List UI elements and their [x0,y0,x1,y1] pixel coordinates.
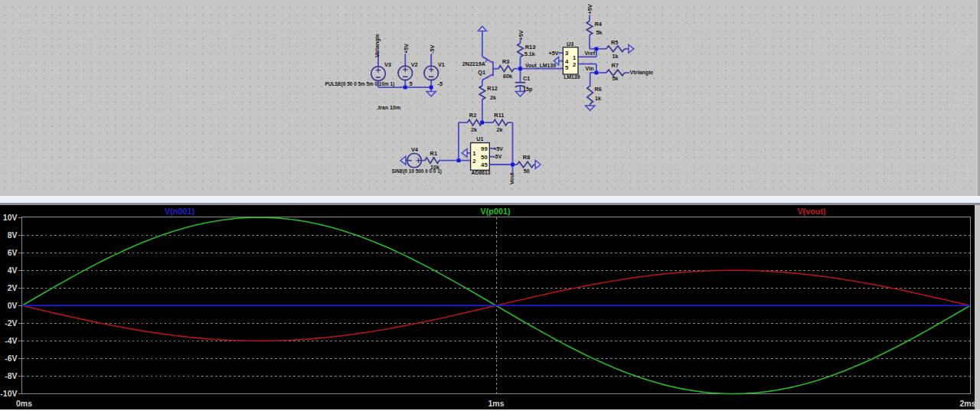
svg-text:SINE(0 10 500 0 0 0 1): SINE(0 10 500 0 0 0 1) [392,168,442,175]
svg-text:U3: U3 [567,41,573,47]
svg-text:R6: R6 [595,86,602,93]
svg-text:5: 5 [410,80,413,87]
svg-text:1k: 1k [612,53,618,60]
svg-text:0ms: 0ms [16,399,32,408]
svg-text:AD8613: AD8613 [472,170,491,175]
svg-text:2ms: 2ms [959,399,975,408]
svg-text:PULSE(0 50 0 5m 5m 0 10m 1): PULSE(0 50 0 5m 5m 0 10m 1) [325,81,395,87]
svg-text:2: 2 [573,61,577,68]
svg-text:-8V: -8V [5,371,17,380]
svg-text:R7: R7 [611,62,618,69]
svg-text:1: 1 [573,54,577,61]
svg-text:4V: 4V [8,266,18,275]
svg-text:1ms: 1ms [488,399,504,408]
svg-text:-2V: -2V [5,318,17,328]
svg-text:10V: 10V [3,213,18,222]
svg-text:V3: V3 [384,61,391,68]
svg-text:.tran 10m: .tran 10m [377,105,400,110]
svg-text:-5: -5 [438,80,443,87]
svg-text:C1: C1 [523,75,530,82]
svg-text:R13: R13 [525,44,536,51]
svg-text:15p: 15p [523,86,533,93]
svg-text:R1: R1 [430,150,437,157]
svg-text:99: 99 [481,145,488,152]
svg-text:1: 1 [472,150,476,157]
svg-text:+5V: +5V [403,44,410,54]
svg-text:V(p001): V(p001) [480,207,510,216]
svg-text:2: 2 [472,158,476,165]
svg-text:U1: U1 [476,135,483,142]
svg-text:-10V: -10V [0,389,17,398]
svg-text:LM139: LM139 [564,74,580,80]
svg-text:8V: 8V [8,230,18,240]
svg-text:+5V: +5V [494,146,504,152]
svg-text:-4V: -4V [5,336,17,345]
svg-text:5: 5 [565,64,569,71]
svg-text:3: 3 [565,50,569,57]
svg-text:5k: 5k [612,75,618,82]
svg-text:V4: V4 [411,146,419,153]
svg-text:5.1k: 5.1k [524,51,535,57]
svg-text:V(vout): V(vout) [797,207,826,216]
svg-text:Vtriangle: Vtriangle [374,34,381,57]
svg-text:Vin: Vin [586,65,594,72]
svg-text:R12: R12 [487,85,498,92]
svg-text:2N2219A: 2N2219A [462,60,485,67]
svg-text:-5V: -5V [494,154,502,159]
svg-text:V(n001): V(n001) [165,207,194,216]
svg-text:-5V: -5V [429,45,436,54]
svg-text:+5V: +5V [586,4,593,14]
svg-text:60k: 60k [503,73,512,80]
svg-text:R3: R3 [502,58,509,65]
svg-text:Vref: Vref [585,50,596,57]
svg-text:R2: R2 [469,112,476,119]
svg-text:+5V: +5V [549,50,559,57]
svg-text:5k: 5k [596,29,602,36]
svg-text:50: 50 [481,154,488,161]
svg-text:+5V: +5V [518,30,524,40]
svg-text:Vout_LM139: Vout_LM139 [525,63,556,68]
svg-text:2k: 2k [490,94,496,101]
svg-text:45: 45 [481,161,488,168]
svg-text:1k: 1k [595,95,601,102]
svg-text:Q1: Q1 [478,69,485,76]
svg-text:Vtriangle: Vtriangle [630,69,654,76]
svg-text:0V: 0V [8,301,18,310]
svg-text:R4: R4 [595,21,603,28]
svg-text:2V: 2V [8,283,18,292]
svg-text:R11: R11 [494,112,504,119]
svg-text:-6V: -6V [5,354,17,363]
svg-text:Vout: Vout [508,172,515,184]
svg-text:V1: V1 [438,61,445,68]
svg-text:2k: 2k [497,126,503,133]
svg-text:6V: 6V [8,248,18,257]
svg-text:50: 50 [524,168,530,175]
svg-text:V2: V2 [411,61,418,68]
svg-text:R8: R8 [523,154,530,161]
svg-text:R5: R5 [611,39,618,46]
svg-text:2k: 2k [471,126,477,133]
